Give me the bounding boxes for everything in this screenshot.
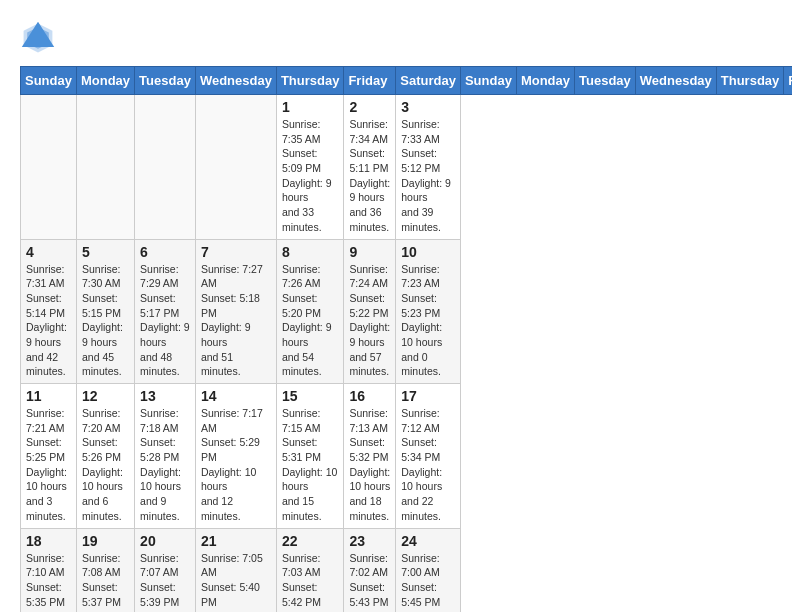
day-number: 13 (140, 388, 190, 404)
calendar-day-cell: 12Sunrise: 7:20 AM Sunset: 5:26 PM Dayli… (76, 384, 134, 529)
calendar-day-cell: 3Sunrise: 7:33 AM Sunset: 5:12 PM Daylig… (396, 95, 461, 240)
day-info: Sunrise: 7:17 AM Sunset: 5:29 PM Dayligh… (201, 406, 271, 524)
day-info: Sunrise: 7:31 AM Sunset: 5:14 PM Dayligh… (26, 262, 71, 380)
day-info: Sunrise: 7:03 AM Sunset: 5:42 PM Dayligh… (282, 551, 339, 613)
day-number: 11 (26, 388, 71, 404)
day-header-thursday: Thursday (716, 67, 784, 95)
day-number: 20 (140, 533, 190, 549)
day-info: Sunrise: 7:33 AM Sunset: 5:12 PM Dayligh… (401, 117, 455, 235)
day-number: 12 (82, 388, 129, 404)
day-number: 18 (26, 533, 71, 549)
calendar-day-cell: 10Sunrise: 7:23 AM Sunset: 5:23 PM Dayli… (396, 239, 461, 384)
day-number: 7 (201, 244, 271, 260)
calendar-day-cell: 15Sunrise: 7:15 AM Sunset: 5:31 PM Dayli… (276, 384, 344, 529)
calendar-day-cell: 18Sunrise: 7:10 AM Sunset: 5:35 PM Dayli… (21, 528, 77, 612)
day-header-wednesday: Wednesday (635, 67, 716, 95)
logo (20, 20, 60, 56)
calendar-day-cell: 17Sunrise: 7:12 AM Sunset: 5:34 PM Dayli… (396, 384, 461, 529)
calendar-day-cell: 1Sunrise: 7:35 AM Sunset: 5:09 PM Daylig… (276, 95, 344, 240)
calendar-day-cell: 5Sunrise: 7:30 AM Sunset: 5:15 PM Daylig… (76, 239, 134, 384)
day-number: 21 (201, 533, 271, 549)
calendar-header-row: SundayMondayTuesdayWednesdayThursdayFrid… (21, 67, 793, 95)
calendar-day-cell: 13Sunrise: 7:18 AM Sunset: 5:28 PM Dayli… (135, 384, 196, 529)
day-info: Sunrise: 7:13 AM Sunset: 5:32 PM Dayligh… (349, 406, 390, 524)
day-number: 6 (140, 244, 190, 260)
calendar-day-cell: 22Sunrise: 7:03 AM Sunset: 5:42 PM Dayli… (276, 528, 344, 612)
calendar-day-cell: 6Sunrise: 7:29 AM Sunset: 5:17 PM Daylig… (135, 239, 196, 384)
day-number: 10 (401, 244, 455, 260)
day-number: 14 (201, 388, 271, 404)
day-number: 3 (401, 99, 455, 115)
day-number: 24 (401, 533, 455, 549)
day-info: Sunrise: 7:29 AM Sunset: 5:17 PM Dayligh… (140, 262, 190, 380)
day-number: 22 (282, 533, 339, 549)
calendar-day-cell: 14Sunrise: 7:17 AM Sunset: 5:29 PM Dayli… (195, 384, 276, 529)
calendar-week-row: 11Sunrise: 7:21 AM Sunset: 5:25 PM Dayli… (21, 384, 793, 529)
calendar-day-cell: 2Sunrise: 7:34 AM Sunset: 5:11 PM Daylig… (344, 95, 396, 240)
day-info: Sunrise: 7:23 AM Sunset: 5:23 PM Dayligh… (401, 262, 455, 380)
calendar-week-row: 4Sunrise: 7:31 AM Sunset: 5:14 PM Daylig… (21, 239, 793, 384)
calendar-day-cell: 16Sunrise: 7:13 AM Sunset: 5:32 PM Dayli… (344, 384, 396, 529)
day-number: 15 (282, 388, 339, 404)
day-number: 23 (349, 533, 390, 549)
day-info: Sunrise: 7:07 AM Sunset: 5:39 PM Dayligh… (140, 551, 190, 613)
day-of-week-header: Saturday (396, 67, 461, 95)
calendar-day-cell: 4Sunrise: 7:31 AM Sunset: 5:14 PM Daylig… (21, 239, 77, 384)
calendar-day-cell: 7Sunrise: 7:27 AM Sunset: 5:18 PM Daylig… (195, 239, 276, 384)
day-info: Sunrise: 7:18 AM Sunset: 5:28 PM Dayligh… (140, 406, 190, 524)
day-of-week-header: Friday (344, 67, 396, 95)
day-info: Sunrise: 7:10 AM Sunset: 5:35 PM Dayligh… (26, 551, 71, 613)
day-info: Sunrise: 7:08 AM Sunset: 5:37 PM Dayligh… (82, 551, 129, 613)
day-info: Sunrise: 7:35 AM Sunset: 5:09 PM Dayligh… (282, 117, 339, 235)
calendar-day-cell: 24Sunrise: 7:00 AM Sunset: 5:45 PM Dayli… (396, 528, 461, 612)
day-number: 4 (26, 244, 71, 260)
day-header-monday: Monday (516, 67, 574, 95)
day-number: 1 (282, 99, 339, 115)
day-info: Sunrise: 7:00 AM Sunset: 5:45 PM Dayligh… (401, 551, 455, 613)
calendar-week-row: 1Sunrise: 7:35 AM Sunset: 5:09 PM Daylig… (21, 95, 793, 240)
day-info: Sunrise: 7:27 AM Sunset: 5:18 PM Dayligh… (201, 262, 271, 380)
day-info: Sunrise: 7:02 AM Sunset: 5:43 PM Dayligh… (349, 551, 390, 613)
calendar-day-cell (135, 95, 196, 240)
calendar-day-cell: 21Sunrise: 7:05 AM Sunset: 5:40 PM Dayli… (195, 528, 276, 612)
calendar-day-cell (21, 95, 77, 240)
day-of-week-header: Thursday (276, 67, 344, 95)
day-info: Sunrise: 7:34 AM Sunset: 5:11 PM Dayligh… (349, 117, 390, 235)
day-of-week-header: Sunday (21, 67, 77, 95)
day-number: 5 (82, 244, 129, 260)
day-of-week-header: Tuesday (135, 67, 196, 95)
logo-icon (20, 20, 56, 56)
day-info: Sunrise: 7:21 AM Sunset: 5:25 PM Dayligh… (26, 406, 71, 524)
calendar-day-cell: 19Sunrise: 7:08 AM Sunset: 5:37 PM Dayli… (76, 528, 134, 612)
calendar-day-cell: 11Sunrise: 7:21 AM Sunset: 5:25 PM Dayli… (21, 384, 77, 529)
day-number: 17 (401, 388, 455, 404)
day-number: 19 (82, 533, 129, 549)
day-info: Sunrise: 7:26 AM Sunset: 5:20 PM Dayligh… (282, 262, 339, 380)
day-header-friday: Friday (784, 67, 792, 95)
day-header-tuesday: Tuesday (575, 67, 636, 95)
calendar-day-cell: 20Sunrise: 7:07 AM Sunset: 5:39 PM Dayli… (135, 528, 196, 612)
day-info: Sunrise: 7:12 AM Sunset: 5:34 PM Dayligh… (401, 406, 455, 524)
calendar-week-row: 18Sunrise: 7:10 AM Sunset: 5:35 PM Dayli… (21, 528, 793, 612)
calendar-day-cell: 23Sunrise: 7:02 AM Sunset: 5:43 PM Dayli… (344, 528, 396, 612)
day-info: Sunrise: 7:20 AM Sunset: 5:26 PM Dayligh… (82, 406, 129, 524)
day-number: 2 (349, 99, 390, 115)
day-info: Sunrise: 7:24 AM Sunset: 5:22 PM Dayligh… (349, 262, 390, 380)
calendar-day-cell (195, 95, 276, 240)
day-of-week-header: Wednesday (195, 67, 276, 95)
day-info: Sunrise: 7:05 AM Sunset: 5:40 PM Dayligh… (201, 551, 271, 613)
calendar-day-cell: 8Sunrise: 7:26 AM Sunset: 5:20 PM Daylig… (276, 239, 344, 384)
day-of-week-header: Monday (76, 67, 134, 95)
day-number: 8 (282, 244, 339, 260)
calendar-day-cell (76, 95, 134, 240)
day-info: Sunrise: 7:30 AM Sunset: 5:15 PM Dayligh… (82, 262, 129, 380)
day-info: Sunrise: 7:15 AM Sunset: 5:31 PM Dayligh… (282, 406, 339, 524)
calendar-day-cell: 9Sunrise: 7:24 AM Sunset: 5:22 PM Daylig… (344, 239, 396, 384)
day-number: 16 (349, 388, 390, 404)
page-header (20, 20, 772, 56)
day-header-sunday: Sunday (460, 67, 516, 95)
day-number: 9 (349, 244, 390, 260)
calendar-table: SundayMondayTuesdayWednesdayThursdayFrid… (20, 66, 792, 612)
